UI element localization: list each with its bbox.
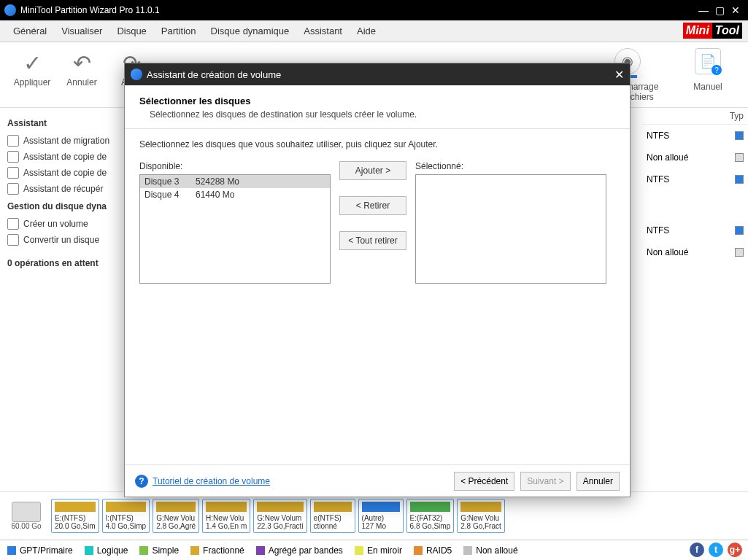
help-badge-icon: ?	[712, 65, 722, 75]
dialog-header: Sélectionner les disques Sélectionnez le…	[125, 85, 630, 129]
partition-table-fragment: Typ NTFS Non alloué NTFS NTFS Non alloué	[642, 108, 748, 491]
disk-map: 60.00 Go E:(NTFS)20.0 Go,SimI:(NTFS)4.0 …	[0, 491, 748, 540]
list-item[interactable]: Disque 461440 Mo	[140, 188, 330, 201]
menu-help[interactable]: Aide	[350, 23, 383, 39]
legend-item: En miroir	[355, 545, 402, 556]
menubar: Général Visualiser Disque Partition Disq…	[0, 20, 748, 42]
add-button[interactable]: Ajouter >	[339, 161, 406, 180]
dialog-titlebar: Assistant de création de volume ✕	[125, 63, 630, 85]
brand-logo: MiniTool	[683, 20, 742, 41]
disk-size: 60.00 Go	[11, 522, 41, 530]
legend-item: Simple	[139, 545, 179, 556]
close-button[interactable]: ✕	[728, 4, 744, 16]
social-links: f t g+	[690, 542, 742, 557]
available-label: Disponible:	[139, 161, 331, 171]
app-icon	[4, 4, 16, 16]
undo-label: Annuler	[66, 77, 96, 88]
disk-segment[interactable]: e(NTFS)ctionné	[310, 499, 355, 533]
disk-segment[interactable]: I:(NTFS)4.0 Go,Simp	[102, 499, 150, 533]
color-swatch-icon	[735, 131, 744, 140]
twitter-icon[interactable]: t	[709, 542, 723, 557]
create-volume-wizard-dialog: Assistant de création de volume ✕ Sélect…	[124, 63, 631, 497]
disk-segment[interactable]: E:(NTFS)20.0 Go,Sim	[51, 499, 99, 533]
menu-disk[interactable]: Disque	[109, 23, 153, 39]
disk-icon: 60.00 Go	[4, 502, 48, 530]
menu-general[interactable]: Général	[6, 23, 54, 39]
book-icon: 📄?	[695, 48, 721, 74]
col-type: Typ	[642, 108, 748, 125]
facebook-icon[interactable]: f	[690, 542, 704, 557]
menu-dynamic[interactable]: Disque dynamique	[204, 23, 297, 39]
gplus-icon[interactable]: g+	[728, 542, 742, 557]
hdd-icon	[12, 502, 41, 522]
disk-segment[interactable]: H:New Volu1.4 Go,En m	[202, 499, 250, 533]
selected-disks-listbox[interactable]	[415, 174, 606, 284]
fs-label: NTFS	[647, 174, 669, 184]
fs-label: Non alloué	[647, 247, 688, 257]
window-titlebar: MiniTool Partition Wizard Pro 11.0.1 — ▢…	[0, 0, 748, 20]
color-swatch-icon	[735, 175, 744, 184]
legend-item: Agrégé par bandes	[256, 545, 343, 556]
dialog-icon	[131, 69, 142, 80]
table-row[interactable]: NTFS	[642, 219, 748, 241]
fs-label: NTFS	[647, 131, 669, 141]
legend-item: GPT/Primaire	[7, 545, 73, 556]
tutorial-link[interactable]: Tutoriel de création de volume	[153, 476, 270, 486]
disk-segment[interactable]: (Autre)127 Mo	[358, 499, 404, 533]
table-row[interactable]: NTFS	[642, 125, 748, 147]
dialog-heading: Sélectionner les disques	[139, 96, 615, 106]
color-swatch-icon	[735, 226, 744, 235]
remove-button[interactable]: < Retirer	[339, 196, 406, 215]
manual-label: Manuel	[693, 82, 722, 92]
menu-partition[interactable]: Partition	[154, 23, 204, 39]
manual-button[interactable]: 📄? Manuel	[675, 48, 741, 102]
fs-label: NTFS	[647, 225, 669, 236]
legend-item: Logique	[85, 545, 128, 556]
logo-left: Mini	[683, 23, 712, 39]
apply-button[interactable]: ✓ Appliquer	[7, 48, 57, 88]
previous-button[interactable]: < Précédent	[454, 472, 514, 491]
table-row[interactable]: Non alloué	[642, 241, 748, 263]
list-item[interactable]: Disque 3524288 Mo	[140, 175, 330, 188]
undo-icon: ↶	[73, 48, 91, 77]
dialog-instruction: Sélectionnez les disques que vous souhai…	[139, 139, 615, 149]
table-row[interactable]: Non alloué	[642, 147, 748, 168]
cancel-button[interactable]: Annuler	[577, 472, 620, 491]
disk-segment[interactable]: E:(FAT32)6.8 Go,Simp	[406, 499, 455, 533]
color-swatch-icon	[735, 153, 744, 162]
legend: GPT/PrimaireLogiqueSimpleFractionnéAgrég…	[0, 540, 748, 560]
disk-segment[interactable]: G:New Volu2.8 Go,Agré	[153, 499, 199, 533]
legend-item: Fractionné	[190, 545, 244, 556]
available-disks-listbox[interactable]: Disque 3524288 MoDisque 461440 Mo	[139, 174, 331, 284]
remove-all-button[interactable]: < Tout retirer	[339, 231, 406, 250]
legend-item: RAID5	[414, 545, 452, 556]
color-swatch-icon	[735, 248, 744, 257]
next-button[interactable]: Suivant >	[520, 472, 570, 491]
legend-item: Non alloué	[463, 545, 517, 556]
question-icon: ?	[135, 475, 148, 488]
help-link[interactable]: ? Tutoriel de création de volume	[135, 475, 270, 488]
apply-label: Appliquer	[14, 77, 51, 88]
maximize-button[interactable]: ▢	[712, 4, 728, 16]
fs-label: Non alloué	[647, 152, 688, 163]
menu-assistant[interactable]: Assistant	[296, 23, 350, 39]
check-icon: ✓	[23, 48, 42, 77]
menu-visualize[interactable]: Visualiser	[54, 23, 109, 39]
dialog-subheading: Sélectionnez les disques de destination …	[139, 109, 615, 120]
undo-button[interactable]: ↶ Annuler	[57, 48, 107, 88]
selected-label: Sélectionné:	[415, 161, 606, 171]
dialog-title: Assistant de création de volume	[147, 69, 281, 80]
dialog-footer: ? Tutoriel de création de volume < Précé…	[125, 464, 630, 497]
logo-right: Tool	[712, 23, 742, 39]
dialog-close-button[interactable]: ✕	[614, 68, 624, 82]
window-title: MiniTool Partition Wizard Pro 11.0.1	[20, 5, 160, 15]
disk-segment[interactable]: G:New Volum22.3 Go,Fracti	[253, 499, 306, 533]
minimize-button[interactable]: —	[695, 4, 712, 16]
table-row[interactable]: NTFS	[642, 168, 748, 190]
disk-segment[interactable]: G:New Volu2.8 Go,Fract	[457, 499, 505, 533]
